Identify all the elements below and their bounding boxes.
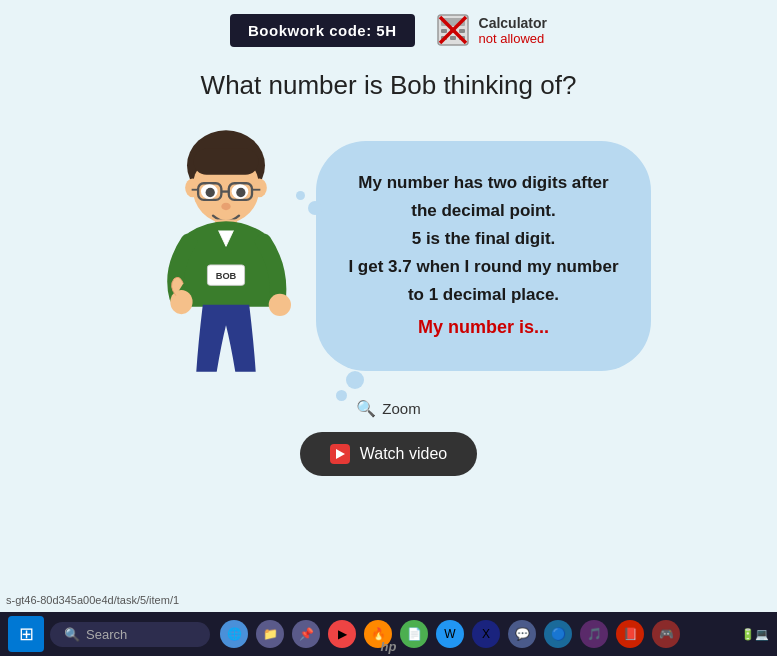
search-placeholder-text: Search (86, 627, 127, 642)
svg-point-22 (206, 188, 215, 197)
main-content: What number is Bob thinking of? (0, 60, 777, 476)
svg-text:BOB: BOB (216, 271, 237, 281)
svg-point-14 (252, 179, 267, 198)
taskbar-icon-9[interactable]: 💬 (508, 620, 536, 648)
svg-point-23 (237, 188, 246, 197)
start-button[interactable]: ⊞ (8, 616, 44, 652)
taskbar-icon-4[interactable]: ▶ (328, 620, 356, 648)
video-icon (330, 444, 350, 464)
taskbar-icon-8[interactable]: X (472, 620, 500, 648)
taskbar-icon-11[interactable]: 🎵 (580, 620, 608, 648)
taskbar-icon-7[interactable]: W (436, 620, 464, 648)
taskbar-icon-6[interactable]: 📄 (400, 620, 428, 648)
play-triangle (336, 449, 345, 459)
calculator-icon (435, 12, 471, 48)
thought-bubble: My number has two digits after the decim… (316, 141, 650, 371)
svg-rect-12 (194, 149, 259, 175)
svg-rect-2 (441, 29, 447, 33)
svg-rect-4 (459, 29, 465, 33)
svg-point-28 (171, 290, 193, 314)
watch-video-button[interactable]: Watch video (300, 432, 477, 476)
top-bar: Bookwork code: 5H Calculator not allowed (0, 0, 777, 60)
zoom-icon: 🔍 (356, 399, 376, 418)
character-bob: BOB (126, 121, 326, 381)
calculator-text: Calculator not allowed (479, 15, 547, 46)
taskbar-icon-1[interactable]: 🌐 (220, 620, 248, 648)
question-title: What number is Bob thinking of? (201, 70, 577, 101)
taskbar-time: 🔋💻 (741, 628, 769, 641)
svg-rect-6 (450, 36, 456, 40)
svg-point-24 (222, 203, 231, 210)
search-icon: 🔍 (64, 627, 80, 642)
taskbar-icons: 🌐 📁 📌 ▶ 🔥 📄 W X 💬 🔵 🎵 📕 🎮 (220, 620, 680, 648)
zoom-label: Zoom (382, 400, 420, 417)
bookwork-code-badge: Bookwork code: 5H (230, 14, 415, 47)
svg-point-29 (269, 294, 291, 316)
zoom-area: 🔍 Zoom (356, 399, 420, 418)
taskbar-icon-12[interactable]: 📕 (616, 620, 644, 648)
scene-area: BOB My number has two digits after the d… (49, 121, 729, 381)
bubble-text: My number has two digits after the decim… (348, 169, 618, 343)
calculator-badge: Calculator not allowed (435, 12, 547, 48)
url-bar: s-gt46-80d345a00e4d/task/5/item/1 (0, 592, 185, 608)
taskbar-icon-10[interactable]: 🔵 (544, 620, 572, 648)
video-btn-area: Watch video (300, 432, 477, 476)
taskbar-icon-13[interactable]: 🎮 (652, 620, 680, 648)
taskbar-right: 🔋💻 (741, 628, 769, 641)
taskbar-icon-2[interactable]: 📁 (256, 620, 284, 648)
taskbar-icon-3[interactable]: 📌 (292, 620, 320, 648)
zoom-button[interactable]: 🔍 Zoom (356, 399, 420, 418)
watch-video-label: Watch video (360, 445, 447, 463)
taskbar-search[interactable]: 🔍 Search (50, 622, 210, 647)
hp-logo: hp (381, 639, 397, 654)
